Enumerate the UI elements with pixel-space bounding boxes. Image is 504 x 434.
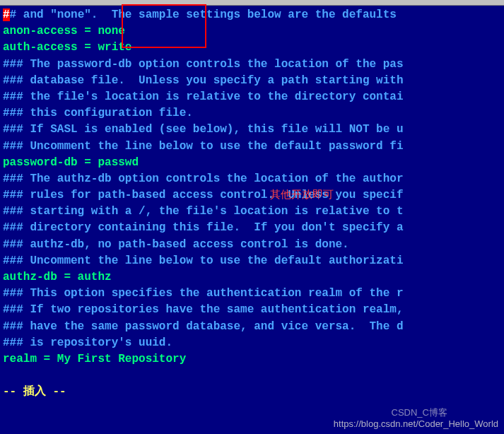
watermark-url: https://blog.csdn.net/Coder_Hello_World <box>334 418 498 431</box>
editor-line: ## and "none". The sample settings below… <box>3 7 501 23</box>
editor-line: ### The password-db option controls the … <box>3 57 501 73</box>
editor-line: -- 插入 -- <box>3 384 501 400</box>
cursor: # <box>3 8 10 21</box>
editor-line: ### the file's location is relative to t… <box>3 89 501 105</box>
editor-line: ### is repository's uuid. <box>3 335 501 351</box>
editor-line: ### If SASL is enabled (see below), this… <box>3 122 501 138</box>
editor-line: auth-access = write <box>3 40 501 56</box>
editor-line: ### this configuration file. <box>3 105 501 122</box>
editor-line: ### If two repositories have the same au… <box>3 302 501 318</box>
editor-line: anon-access = none <box>3 23 501 40</box>
editor-line: ### rules for path-based access control.… <box>3 187 501 204</box>
editor-line <box>3 368 501 384</box>
editor-line: ### This option specifies the authentica… <box>3 286 501 302</box>
window-titlebar <box>0 0 504 6</box>
editor-line: ### database file. Unless you specify a … <box>3 73 501 89</box>
editor-line: realm = My First Repository <box>3 351 501 368</box>
editor-line: ### directory containing this file. If y… <box>3 220 501 236</box>
editor-line: ### have the same password database, and… <box>3 319 501 335</box>
editor-line: ### Uncomment the line below to use the … <box>3 253 501 269</box>
editor-line: password-db = passwd <box>3 155 501 171</box>
editor-line: ### Uncomment the line below to use the … <box>3 139 501 155</box>
terminal-editor-content[interactable]: ## and "none". The sample settings below… <box>0 6 504 402</box>
editor-line: ### The authz-db option controls the loc… <box>3 171 501 187</box>
editor-line: authz-db = authz <box>3 269 501 286</box>
editor-line: ### authz-db, no path-based access contr… <box>3 237 501 253</box>
editor-line: ### starting with a /, the file's locati… <box>3 204 501 220</box>
